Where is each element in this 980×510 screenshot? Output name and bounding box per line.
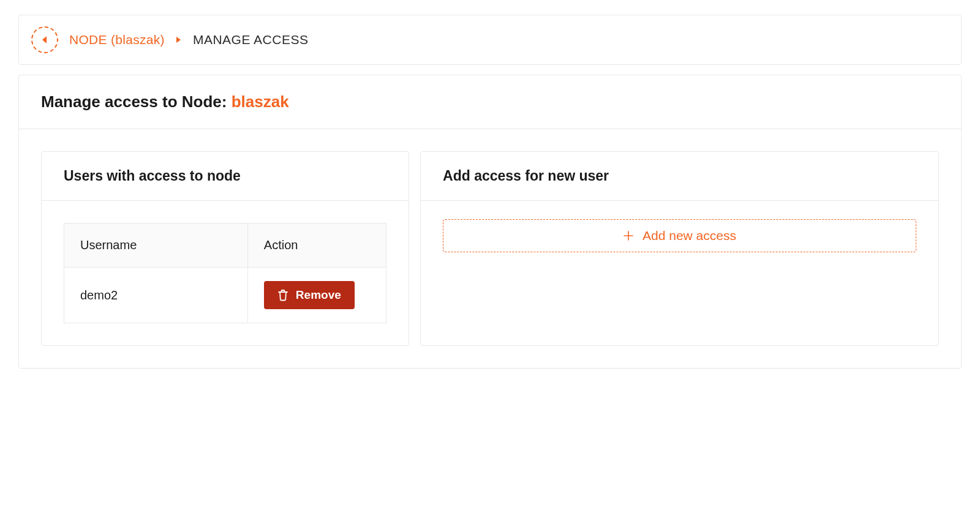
table-row: demo2: [64, 268, 386, 323]
page-title-node-name: blaszak: [232, 92, 289, 111]
add-new-access-label: Add new access: [643, 228, 736, 243]
breadcrumb-current: MANAGE ACCESS: [193, 32, 309, 47]
trash-icon: [277, 289, 288, 301]
content-row: Users with access to node Username Actio…: [19, 129, 961, 368]
caret-left-icon: [41, 36, 48, 44]
users-access-card: Users with access to node Username Actio…: [41, 151, 409, 346]
add-access-card: Add access for new user Add new access: [420, 151, 939, 346]
breadcrumb: NODE (blaszak) MANAGE ACCESS: [18, 15, 962, 65]
remove-button[interactable]: Remove: [264, 281, 355, 309]
users-card-title: Users with access to node: [42, 152, 409, 201]
col-action-header: Action: [247, 223, 386, 268]
table-header-row: Username Action: [64, 223, 386, 268]
page-title-row: Manage access to Node: blaszak: [19, 75, 961, 129]
add-card-body: Add new access: [421, 201, 938, 274]
back-button[interactable]: [31, 26, 58, 53]
plus-icon: [623, 230, 634, 241]
breadcrumb-node-link[interactable]: NODE (blaszak): [69, 32, 165, 47]
caret-right-icon: [176, 36, 182, 43]
add-new-access-button[interactable]: Add new access: [443, 219, 916, 252]
page-title: Manage access to Node: blaszak: [41, 92, 939, 111]
cell-username: demo2: [64, 268, 248, 323]
page-title-prefix: Manage access to Node:: [41, 92, 232, 111]
users-card-body: Username Action demo2: [42, 201, 409, 345]
main-panel: Manage access to Node: blaszak Users wit…: [18, 75, 962, 369]
remove-button-label: Remove: [296, 288, 341, 302]
cell-action: Remove: [247, 268, 386, 323]
add-card-title: Add access for new user: [421, 152, 938, 201]
col-username-header: Username: [64, 223, 248, 268]
access-table: Username Action demo2: [64, 223, 386, 323]
